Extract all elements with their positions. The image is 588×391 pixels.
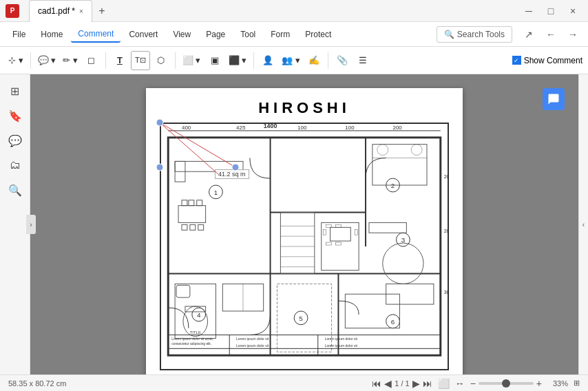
measure-tool-btn[interactable]: ⬛ ▾ [226,51,250,70]
svg-text:Lorem ipsum dolor sit: Lorem ipsum dolor sit [325,344,358,348]
comment-toolbar: ⊹ ▾ 💬 ▾ ✏ ▾ ◻ T T⊡ ⬡ ⬜ ▾ ▣ ⬛ ▾ 👤 👥 ▾ ✍ 📎… [0,47,588,74]
svg-rect-55 [369,222,406,233]
svg-text:200: 200 [444,174,448,179]
fit-page-btn[interactable]: ⬜ [438,378,450,389]
svg-rect-53 [355,229,357,235]
close-btn[interactable]: × [563,1,582,21]
svg-rect-48 [326,224,332,227]
svg-rect-34 [197,200,202,206]
zoom-slider[interactable] [479,382,534,385]
menu-comment[interactable]: Comment [71,26,120,43]
sidebar-attachment-btn[interactable]: 🗂 [4,154,26,176]
menu-page[interactable]: Page [199,27,232,42]
floor-plan: 400 425 100 100 200 1400 [160,123,449,370]
attach-tool-btn[interactable]: 📎 [333,51,352,70]
sidebar-comment-btn[interactable]: 💬 [4,129,26,151]
svg-rect-35 [182,224,187,230]
separator-2 [105,52,106,69]
active-tab[interactable]: cad1.pdf * × [29,0,92,22]
show-comment-checkbox[interactable]: ✓ [512,56,521,65]
back-btn[interactable]: ← [541,25,560,44]
group-tool-btn[interactable]: 👥 ▾ [279,51,303,70]
measure-label: 41.2 sq m [215,169,249,179]
text-tool-btn[interactable]: T [110,51,129,70]
tab-label: cad1.pdf * [38,6,75,16]
svg-rect-47 [330,227,351,241]
shape-tool-btn[interactable]: ⬜ ▾ [180,51,204,70]
menu-bar: File Home Comment Convert View Page Tool… [0,22,588,47]
menu-protect[interactable]: Protect [298,27,338,42]
show-comment-toggle[interactable]: ✓ Show Comment [512,56,582,65]
comment-float-btn[interactable] [543,88,565,110]
zoom-in-btn[interactable]: + [536,378,542,389]
title-bar-left: P cad1.pdf * × + [6,0,112,22]
sidebar-collapse-btn[interactable]: › [26,215,36,234]
comment-list-btn[interactable]: ☰ [353,51,372,70]
svg-rect-46 [322,222,359,270]
sidebar-layers-btn[interactable]: ⊞ [4,80,26,102]
new-tab-btn[interactable]: + [92,1,112,21]
stamp-tool-btn[interactable]: ⬡ [151,51,171,70]
fit-width-btn[interactable]: ↔ [455,378,465,389]
menu-convert[interactable]: Convert [122,27,165,42]
pdf-page: HIROSHI 41.2 sq m [146,88,463,374]
status-bar: 58.35 x 80.72 cm ⏮ ◀ 1 / 1 ▶ ⏭ ⬜ ↔ − + 3… [0,374,588,391]
svg-text:425: 425 [236,125,246,131]
menu-view[interactable]: View [166,27,198,42]
separator-3 [175,52,176,69]
minimize-btn[interactable]: ─ [519,1,538,21]
menu-right-controls: ↗ ← → [519,25,582,44]
prev-page-btn[interactable]: ◀ [384,378,392,389]
title-bar-controls: ─ □ × [519,1,582,21]
svg-rect-37 [198,224,204,230]
person-tool-btn[interactable]: 👤 [258,51,277,70]
zoom-out-btn[interactable]: − [470,378,476,389]
next-page-btn[interactable]: ▶ [412,378,420,389]
select-tool-btn[interactable]: ⊹ ▾ [6,51,26,70]
comment-tool-btn[interactable]: 💬 ▾ [35,51,59,70]
svg-text:3: 3 [401,236,406,244]
maximize-btn[interactable]: □ [541,1,560,21]
external-link-btn[interactable]: ↗ [519,25,538,44]
draw-tool-btn[interactable]: ✏ ▾ [60,51,81,70]
menu-file[interactable]: File [6,27,32,42]
floor-plan-svg: 400 425 100 100 200 1400 [161,124,448,369]
menu-tool[interactable]: Tool [233,27,262,42]
svg-text:Lorem ipsum dolor sit: Lorem ipsum dolor sit [236,344,269,348]
sidebar-bookmark-btn[interactable]: 🔖 [4,105,26,127]
svg-text:100: 100 [297,125,307,131]
svg-text:Lorem ipsum dolor sit amet,: Lorem ipsum dolor sit amet, [171,337,213,341]
main-content: ⊞ 🔖 💬 🗂 🔍 › HIROSHI [0,74,588,374]
forward-btn[interactable]: → [563,25,582,44]
pdf-canvas-area[interactable]: HIROSHI 41.2 sq m [30,74,578,374]
fullscreen-btn[interactable]: ⊞ [574,379,580,388]
callout-tool-btn[interactable]: T⊡ [131,51,150,70]
svg-rect-63 [176,285,190,297]
status-bar-right: ⏮ ◀ 1 / 1 ▶ ⏭ ⬜ ↔ − + 33% ⊞ [372,378,580,389]
svg-rect-36 [190,224,196,230]
svg-rect-31 [178,206,206,223]
menu-form[interactable]: Form [264,27,297,42]
sign-tool-btn[interactable]: ✍ [304,51,324,70]
search-tools[interactable]: 🔍 Search Tools [437,26,512,43]
menu-home[interactable]: Home [34,27,70,42]
tab-close-btn[interactable]: × [79,8,83,15]
erase-tool-btn[interactable]: ◻ [82,51,101,70]
sidebar-search-btn[interactable]: 🔍 [4,179,26,201]
svg-rect-49 [335,224,341,227]
svg-rect-66 [277,284,331,352]
svg-text:4: 4 [197,311,201,319]
last-page-btn[interactable]: ⏭ [423,378,432,389]
svg-text:TITLE: TITLE [190,330,201,335]
first-page-btn[interactable]: ⏮ [372,378,381,389]
document-dimensions: 58.35 x 80.72 cm [8,379,66,388]
right-panel-collapse[interactable]: ‹ [578,74,588,374]
svg-rect-50 [326,242,332,245]
svg-text:300: 300 [444,290,448,295]
svg-rect-52 [324,229,326,235]
page-info: 1 / 1 [395,379,409,388]
area-tool-btn[interactable]: ▣ [205,51,224,70]
search-label: Search Tools [457,30,505,39]
svg-text:Lorem ipsum dolor sit: Lorem ipsum dolor sit [325,337,358,341]
svg-text:Lorem ipsum dolor sit: Lorem ipsum dolor sit [236,337,269,341]
